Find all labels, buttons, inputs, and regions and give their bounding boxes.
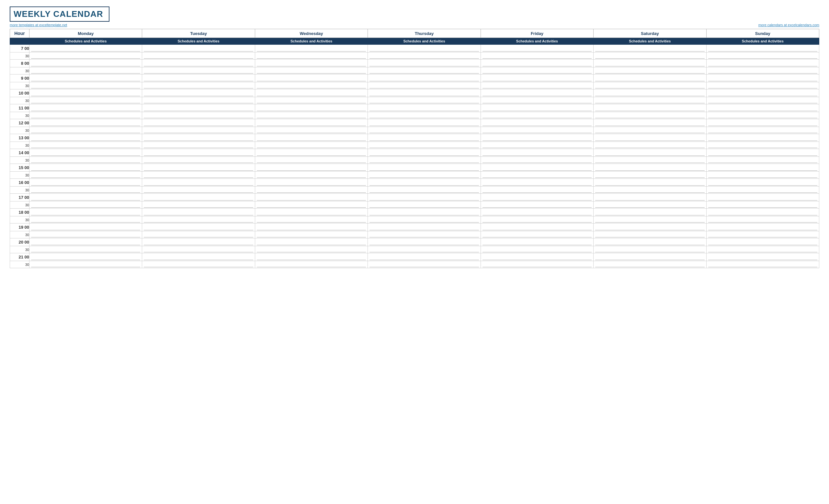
schedule-cell[interactable] bbox=[480, 97, 593, 104]
schedule-cell[interactable] bbox=[706, 209, 819, 216]
schedule-cell[interactable] bbox=[368, 134, 480, 142]
schedule-cell[interactable] bbox=[368, 82, 480, 89]
schedule-cell[interactable] bbox=[368, 253, 480, 261]
schedule-cell[interactable] bbox=[480, 209, 593, 216]
schedule-cell[interactable] bbox=[255, 60, 367, 67]
schedule-cell[interactable] bbox=[142, 216, 255, 223]
schedule-cell[interactable] bbox=[142, 82, 255, 89]
schedule-cell[interactable] bbox=[593, 89, 706, 97]
schedule-cell[interactable] bbox=[142, 231, 255, 239]
schedule-cell[interactable] bbox=[706, 60, 819, 67]
schedule-cell[interactable] bbox=[142, 164, 255, 172]
schedule-cell[interactable] bbox=[480, 172, 593, 179]
schedule-cell[interactable] bbox=[706, 253, 819, 261]
schedule-cell[interactable] bbox=[255, 231, 367, 239]
schedule-cell[interactable] bbox=[593, 261, 706, 268]
schedule-cell[interactable] bbox=[480, 119, 593, 127]
schedule-cell[interactable] bbox=[706, 194, 819, 202]
schedule-cell[interactable] bbox=[30, 60, 142, 67]
schedule-cell[interactable] bbox=[30, 89, 142, 97]
schedule-cell[interactable] bbox=[142, 261, 255, 268]
schedule-cell[interactable] bbox=[480, 104, 593, 112]
schedule-cell[interactable] bbox=[593, 164, 706, 172]
schedule-cell[interactable] bbox=[30, 164, 142, 172]
schedule-cell[interactable] bbox=[593, 246, 706, 253]
schedule-cell[interactable] bbox=[142, 97, 255, 104]
schedule-cell[interactable] bbox=[480, 89, 593, 97]
schedule-cell[interactable] bbox=[593, 97, 706, 104]
schedule-cell[interactable] bbox=[593, 60, 706, 67]
schedule-cell[interactable] bbox=[593, 104, 706, 112]
schedule-cell[interactable] bbox=[480, 45, 593, 52]
schedule-cell[interactable] bbox=[255, 89, 367, 97]
schedule-cell[interactable] bbox=[368, 157, 480, 164]
schedule-cell[interactable] bbox=[593, 223, 706, 231]
schedule-cell[interactable] bbox=[706, 112, 819, 119]
schedule-cell[interactable] bbox=[255, 164, 367, 172]
schedule-cell[interactable] bbox=[480, 134, 593, 142]
schedule-cell[interactable] bbox=[593, 209, 706, 216]
link-left[interactable]: more templates at exceltemplate.net bbox=[10, 23, 67, 27]
schedule-cell[interactable] bbox=[142, 194, 255, 202]
schedule-cell[interactable] bbox=[142, 119, 255, 127]
schedule-cell[interactable] bbox=[593, 74, 706, 82]
schedule-cell[interactable] bbox=[255, 67, 367, 74]
schedule-cell[interactable] bbox=[706, 216, 819, 223]
schedule-cell[interactable] bbox=[480, 82, 593, 89]
schedule-cell[interactable] bbox=[593, 194, 706, 202]
schedule-cell[interactable] bbox=[480, 142, 593, 149]
schedule-cell[interactable] bbox=[706, 223, 819, 231]
schedule-cell[interactable] bbox=[706, 104, 819, 112]
schedule-cell[interactable] bbox=[30, 172, 142, 179]
schedule-cell[interactable] bbox=[30, 52, 142, 60]
schedule-cell[interactable] bbox=[368, 97, 480, 104]
schedule-cell[interactable] bbox=[480, 253, 593, 261]
schedule-cell[interactable] bbox=[706, 82, 819, 89]
schedule-cell[interactable] bbox=[30, 112, 142, 119]
schedule-cell[interactable] bbox=[706, 67, 819, 74]
schedule-cell[interactable] bbox=[142, 134, 255, 142]
schedule-cell[interactable] bbox=[706, 179, 819, 187]
schedule-cell[interactable] bbox=[368, 194, 480, 202]
schedule-cell[interactable] bbox=[368, 239, 480, 246]
schedule-cell[interactable] bbox=[706, 52, 819, 60]
schedule-cell[interactable] bbox=[255, 223, 367, 231]
schedule-cell[interactable] bbox=[142, 172, 255, 179]
schedule-cell[interactable] bbox=[706, 187, 819, 194]
schedule-cell[interactable] bbox=[142, 223, 255, 231]
schedule-cell[interactable] bbox=[142, 112, 255, 119]
schedule-cell[interactable] bbox=[255, 209, 367, 216]
schedule-cell[interactable] bbox=[255, 157, 367, 164]
schedule-cell[interactable] bbox=[593, 112, 706, 119]
schedule-cell[interactable] bbox=[255, 127, 367, 134]
schedule-cell[interactable] bbox=[30, 239, 142, 246]
schedule-cell[interactable] bbox=[480, 67, 593, 74]
schedule-cell[interactable] bbox=[480, 112, 593, 119]
schedule-cell[interactable] bbox=[30, 97, 142, 104]
schedule-cell[interactable] bbox=[368, 52, 480, 60]
schedule-cell[interactable] bbox=[30, 157, 142, 164]
schedule-cell[interactable] bbox=[142, 239, 255, 246]
schedule-cell[interactable] bbox=[30, 104, 142, 112]
schedule-cell[interactable] bbox=[368, 127, 480, 134]
schedule-cell[interactable] bbox=[368, 74, 480, 82]
schedule-cell[interactable] bbox=[368, 45, 480, 52]
schedule-cell[interactable] bbox=[255, 149, 367, 157]
schedule-cell[interactable] bbox=[368, 172, 480, 179]
schedule-cell[interactable] bbox=[255, 261, 367, 268]
schedule-cell[interactable] bbox=[706, 202, 819, 209]
schedule-cell[interactable] bbox=[593, 134, 706, 142]
schedule-cell[interactable] bbox=[480, 246, 593, 253]
schedule-cell[interactable] bbox=[706, 119, 819, 127]
schedule-cell[interactable] bbox=[706, 231, 819, 239]
schedule-cell[interactable] bbox=[30, 209, 142, 216]
schedule-cell[interactable] bbox=[30, 67, 142, 74]
schedule-cell[interactable] bbox=[30, 202, 142, 209]
schedule-cell[interactable] bbox=[368, 164, 480, 172]
schedule-cell[interactable] bbox=[480, 74, 593, 82]
schedule-cell[interactable] bbox=[142, 187, 255, 194]
schedule-cell[interactable] bbox=[593, 253, 706, 261]
schedule-cell[interactable] bbox=[255, 246, 367, 253]
schedule-cell[interactable] bbox=[255, 194, 367, 202]
schedule-cell[interactable] bbox=[706, 45, 819, 52]
